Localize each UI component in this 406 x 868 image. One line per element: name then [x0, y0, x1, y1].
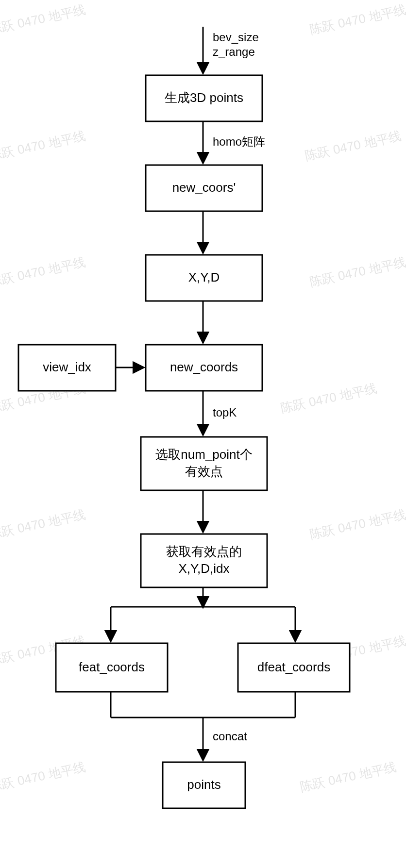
svg-text:陈跃 0470 地平线: 陈跃 0470 地平线 — [279, 381, 378, 415]
svg-text:陈跃 0470 地平线: 陈跃 0470 地平线 — [0, 254, 87, 289]
node-select-num-point — [141, 437, 267, 490]
node-dfeat-coords-label: dfeat_coords — [257, 660, 330, 674]
node-points-label: points — [187, 777, 220, 792]
node-xyd-label: X,Y,D — [188, 270, 220, 284]
edge-merge-label: concat — [213, 730, 247, 743]
edge-n4-n5-label: topK — [213, 406, 237, 419]
node-select-num-point-label-2: 有效点 — [185, 464, 223, 479]
edge-input-label-1: bev_size — [213, 31, 259, 44]
svg-text:陈跃 0470 地平线: 陈跃 0470 地平线 — [0, 128, 87, 163]
node-feat-coords-label: feat_coords — [79, 660, 145, 674]
node-view-idx-label: view_idx — [43, 360, 91, 374]
node-get-valid-xydidx — [141, 534, 267, 587]
svg-text:陈跃 0470 地平线: 陈跃 0470 地平线 — [308, 2, 406, 36]
svg-text:陈跃 0470 地平线: 陈跃 0470 地平线 — [0, 759, 87, 794]
svg-text:陈跃 0470 地平线: 陈跃 0470 地平线 — [308, 507, 406, 541]
svg-text:陈跃 0470 地平线: 陈跃 0470 地平线 — [0, 2, 87, 36]
edge-n1-n2-label: homo矩阵 — [213, 135, 265, 148]
flowchart: 陈跃 0470 地平线 陈跃 0470 地平线 陈跃 0470 地平线 陈跃 0… — [0, 0, 406, 868]
edge-input-label-2: z_range — [213, 45, 255, 58]
svg-text:陈跃 0470 地平线: 陈跃 0470 地平线 — [299, 759, 398, 794]
svg-text:陈跃 0470 地平线: 陈跃 0470 地平线 — [0, 507, 87, 541]
node-new-coords-label: new_coords — [170, 360, 238, 374]
node-get-valid-xydidx-label-2: X,Y,D,idx — [178, 561, 229, 576]
node-get-valid-xydidx-label-1: 获取有效点的 — [166, 544, 242, 559]
node-select-num-point-label-1: 选取num_point个 — [155, 447, 252, 462]
svg-text:陈跃 0470 地平线: 陈跃 0470 地平线 — [304, 128, 403, 163]
node-new-coors-prime-label: new_coors' — [172, 180, 236, 195]
svg-text:陈跃 0470 地平线: 陈跃 0470 地平线 — [308, 254, 406, 289]
node-generate-3d-points-label: 生成3D points — [165, 90, 243, 105]
